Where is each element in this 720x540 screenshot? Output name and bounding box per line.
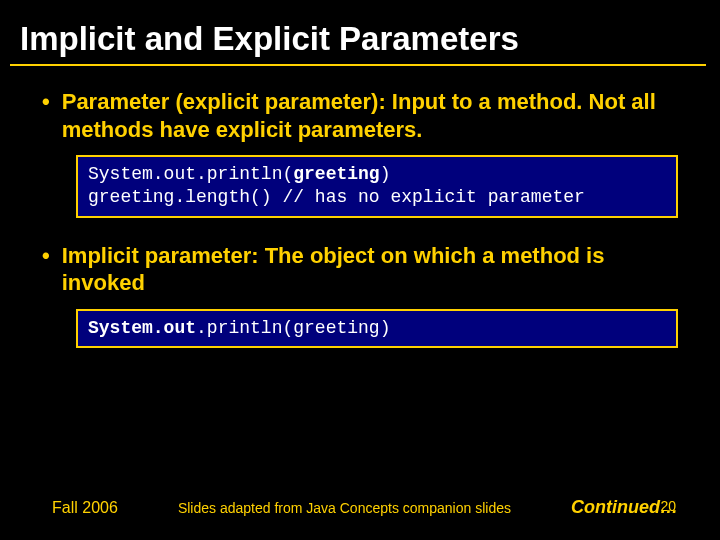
code2-line1-a: System.out bbox=[88, 318, 196, 338]
code1-line1-b: greeting bbox=[293, 164, 379, 184]
footer-center: Slides adapted from Java Concepts compan… bbox=[118, 500, 571, 516]
slide-title: Implicit and Explicit Parameters bbox=[10, 20, 706, 66]
bullet-dot-icon: • bbox=[42, 242, 50, 270]
bullet-2: • Implicit parameter: The object on whic… bbox=[48, 242, 678, 297]
code-box-2: System.out.println(greeting) bbox=[76, 309, 678, 348]
bullet-dot-icon: • bbox=[42, 88, 50, 116]
code1-line1-c: ) bbox=[380, 164, 391, 184]
code1-line2: greeting.length() // has no explicit par… bbox=[88, 187, 585, 207]
bullet-2-text: Implicit parameter: The object on which … bbox=[62, 242, 678, 297]
code2-line1-b: .println(greeting) bbox=[196, 318, 390, 338]
bullet-1: • Parameter (explicit parameter): Input … bbox=[48, 88, 678, 143]
footer: Fall 2006 Slides adapted from Java Conce… bbox=[0, 497, 720, 518]
slide-content: • Parameter (explicit parameter): Input … bbox=[0, 88, 720, 348]
code1-line1-a: System.out.println( bbox=[88, 164, 293, 184]
bullet-1-text: Parameter (explicit parameter): Input to… bbox=[62, 88, 678, 143]
code-box-1: System.out.println(greeting) greeting.le… bbox=[76, 155, 678, 218]
footer-left: Fall 2006 bbox=[52, 499, 118, 517]
slide: Implicit and Explicit Parameters • Param… bbox=[0, 0, 720, 540]
page-number: 20 bbox=[660, 498, 676, 514]
